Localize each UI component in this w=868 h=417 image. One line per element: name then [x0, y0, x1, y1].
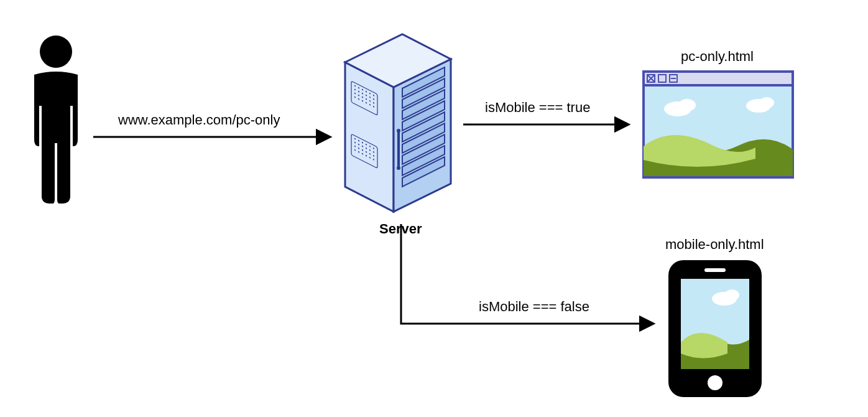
- edge-label-request: www.example.com/pc-only: [118, 112, 280, 128]
- edge-label-pc: isMobile === true: [485, 100, 590, 116]
- server-label: Server: [379, 221, 422, 237]
- edge-label-mobile: isMobile === false: [479, 299, 589, 315]
- pc-label: pc-only.html: [681, 49, 754, 65]
- diagram-canvas: www.example.com/pc-only isMobile === tru…: [0, 0, 868, 417]
- mobile-label: mobile-only.html: [665, 237, 764, 253]
